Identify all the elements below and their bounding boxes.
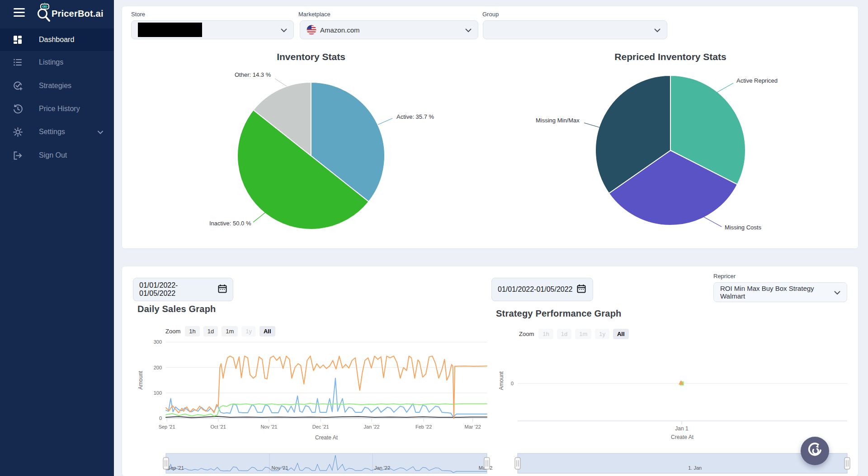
gear-icon xyxy=(13,127,23,137)
svg-text:Amount: Amount xyxy=(137,371,144,390)
svg-text:Amount: Amount xyxy=(498,371,505,390)
sidebar-item-label: Price History xyxy=(39,105,80,113)
daily-date-range-picker[interactable]: 01/01/2022-01/05/2022 xyxy=(133,278,233,301)
robot-magnifier-icon xyxy=(35,3,53,24)
strategy-performance-graph-title: Strategy Performance Graph xyxy=(496,308,622,319)
daily-sales-graph-title: Daily Sales Graph xyxy=(137,304,216,314)
dashboard-icon xyxy=(13,35,23,45)
calendar-icon xyxy=(577,284,586,295)
svg-text:0: 0 xyxy=(511,381,514,386)
svg-text:Feb '22: Feb '22 xyxy=(415,424,432,429)
svg-text:Sep '21: Sep '21 xyxy=(159,424,175,429)
svg-text:Dec '21: Dec '21 xyxy=(312,424,329,429)
svg-text:100: 100 xyxy=(154,390,162,396)
history-clock-icon xyxy=(13,104,23,114)
sidebar-item-price-history[interactable]: Price History xyxy=(0,98,114,120)
strategy-date-range-value: 01/01/2022-01/05/2022 xyxy=(498,285,572,294)
sidebar-item-sign-out[interactable]: Sign Out xyxy=(0,144,114,167)
repricer-select[interactable]: ROI Min Max Buy Box Strategy Walmart xyxy=(713,282,847,302)
sidebar-item-dashboard[interactable]: Dashboard xyxy=(0,28,114,51)
floating-widget-button[interactable] xyxy=(801,437,829,465)
sidebar-item-settings[interactable]: Settings xyxy=(0,121,114,143)
sidebar-item-listings[interactable]: Listings xyxy=(0,51,114,74)
pie-label-inactive: Inactive: 50.0 % xyxy=(209,220,251,227)
series-blue xyxy=(166,378,487,417)
dashboard-page: PricerBot.ai Dashboard Listings xyxy=(0,0,868,476)
pie-label-other: Other: 14.3 % xyxy=(235,71,271,78)
listings-icon xyxy=(13,57,23,67)
series-orange xyxy=(166,356,487,418)
strategy-navigator[interactable] xyxy=(518,453,847,473)
sidebar: PricerBot.ai Dashboard Listings xyxy=(0,0,114,476)
sidebar-item-label: Listings xyxy=(39,58,63,66)
series-dark xyxy=(166,416,487,418)
calendar-icon xyxy=(218,284,227,295)
sidebar-item-label: Strategies xyxy=(39,82,71,90)
sidebar-item-strategies[interactable]: Strategies xyxy=(0,75,114,97)
pie-label-active-repriced: Active Repriced xyxy=(736,77,778,84)
svg-text:Jan '22: Jan '22 xyxy=(374,465,390,471)
strategy-date-range-picker[interactable]: 01/01/2022-01/05/2022 xyxy=(491,278,593,301)
svg-text:Nov '21: Nov '21 xyxy=(260,424,277,429)
svg-text:300: 300 xyxy=(154,339,162,345)
app-logo-text: PricerBot.ai xyxy=(52,9,104,19)
sign-out-icon xyxy=(13,150,23,160)
svg-text:200: 200 xyxy=(154,365,162,370)
svg-text:Create At: Create At xyxy=(671,434,694,440)
inventory-panel: Store Marketplace xyxy=(122,6,858,248)
swirl-logo-icon xyxy=(807,442,823,460)
zoom-row-label: Zoom xyxy=(165,328,180,335)
svg-text:Jan 1: Jan 1 xyxy=(675,425,689,432)
chevron-down-icon xyxy=(98,128,103,136)
repricer-value: ROI Min Max Buy Box Strategy Walmart xyxy=(720,285,834,300)
hamburger-menu-icon[interactable] xyxy=(14,8,25,17)
svg-text:Oct '21: Oct '21 xyxy=(210,424,226,429)
series-green xyxy=(166,403,487,416)
chevron-down-icon xyxy=(834,289,840,296)
sidebar-item-label: Settings xyxy=(39,128,65,136)
sidebar-header: PricerBot.ai xyxy=(0,0,114,25)
daily-sales-chart[interactable]: 0100200300Sep '21Oct '21Nov '21Dec '21Ja… xyxy=(127,335,493,476)
sidebar-item-label: Dashboard xyxy=(39,36,74,44)
svg-text:1. Jan: 1. Jan xyxy=(688,465,702,471)
repricer-label: Repricer xyxy=(713,273,736,280)
svg-text:Jan '22: Jan '22 xyxy=(364,424,380,429)
app-logo[interactable]: PricerBot.ai xyxy=(35,3,104,24)
svg-text:Sep '21: Sep '21 xyxy=(167,465,184,471)
pie-label-missing-costs: Missing Costs xyxy=(725,224,761,231)
navigator-handle[interactable] xyxy=(484,457,490,469)
pie-label-missing-minmax: Missing Min/Max xyxy=(536,117,580,124)
svg-text:0: 0 xyxy=(159,415,162,421)
pie-charts-canvas xyxy=(122,6,858,248)
sidebar-item-label: Sign Out xyxy=(39,151,67,159)
strategies-icon xyxy=(13,81,23,91)
pie-label-active: Active: 35.7 % xyxy=(396,113,434,120)
navigator-handle[interactable] xyxy=(163,457,169,469)
svg-text:Mar '22: Mar '22 xyxy=(465,424,481,429)
graphs-panel: 01/01/2022-01/05/2022 01/01/2022-01/05/2… xyxy=(122,266,858,476)
navigator-handle[interactable] xyxy=(844,457,850,469)
svg-text:Create At: Create At xyxy=(315,434,338,441)
daily-date-range-value: 01/01/2022-01/05/2022 xyxy=(139,281,213,298)
navigator-handle[interactable] xyxy=(515,457,520,469)
svg-text:Nov '21: Nov '21 xyxy=(272,465,288,471)
